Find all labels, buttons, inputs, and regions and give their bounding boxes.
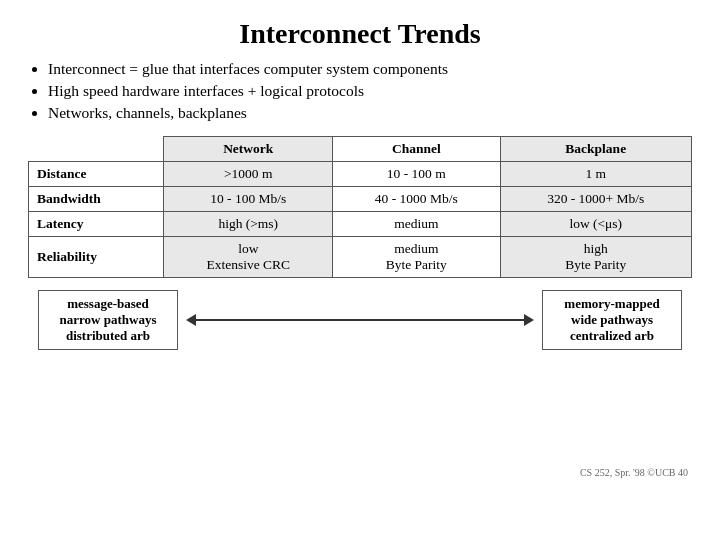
- row-reliability-backplane: high Byte Parity: [500, 237, 692, 278]
- slide-title: Interconnect Trends: [28, 18, 692, 50]
- row-latency-backplane: low (<μs): [500, 212, 692, 237]
- row-bandwidth-label: Bandwidth: [29, 187, 164, 212]
- watermark: CS 252, Spr. '98 ©UCB 40: [580, 467, 688, 478]
- row-bandwidth-backplane: 320 - 1000+ Mb/s: [500, 187, 692, 212]
- row-reliability-label: Reliability: [29, 237, 164, 278]
- row-distance-label: Distance: [29, 162, 164, 187]
- bullet-1: Interconnect = glue that interfaces comp…: [48, 60, 692, 78]
- row-latency-network: high (>ms): [164, 212, 333, 237]
- th-backplane: Backplane: [500, 137, 692, 162]
- row-latency-label: Latency: [29, 212, 164, 237]
- bullet-3: Networks, channels, backplanes: [48, 104, 692, 122]
- th-empty: [29, 137, 164, 162]
- row-distance-channel: 10 - 100 m: [333, 162, 500, 187]
- arrow-left-head: [186, 314, 196, 326]
- table-row: Bandwidth 10 - 100 Mb/s 40 - 1000 Mb/s 3…: [29, 187, 692, 212]
- arrow-body: [196, 319, 524, 321]
- row-distance-backplane: 1 m: [500, 162, 692, 187]
- th-channel: Channel: [333, 137, 500, 162]
- row-reliability-network: low Extensive CRC: [164, 237, 333, 278]
- bottom-section: message-based narrow pathways distribute…: [28, 290, 692, 350]
- arrow-right-head: [524, 314, 534, 326]
- th-network: Network: [164, 137, 333, 162]
- table-row: Distance >1000 m 10 - 100 m 1 m: [29, 162, 692, 187]
- row-bandwidth-channel: 40 - 1000 Mb/s: [333, 187, 500, 212]
- row-reliability-channel: medium Byte Parity: [333, 237, 500, 278]
- row-latency-channel: medium: [333, 212, 500, 237]
- table-row: Reliability low Extensive CRC medium Byt…: [29, 237, 692, 278]
- arrow-container: [178, 314, 542, 326]
- bullet-list: Interconnect = glue that interfaces comp…: [28, 60, 692, 126]
- slide: Interconnect Trends Interconnect = glue …: [0, 0, 720, 540]
- bottom-left-box: message-based narrow pathways distribute…: [38, 290, 178, 350]
- comparison-table: Network Channel Backplane Distance >1000…: [28, 136, 692, 278]
- row-bandwidth-network: 10 - 100 Mb/s: [164, 187, 333, 212]
- bottom-right-box: memory-mapped wide pathways centralized …: [542, 290, 682, 350]
- bidirectional-arrow: [186, 314, 534, 326]
- row-distance-network: >1000 m: [164, 162, 333, 187]
- bullet-2: High speed hardware interfaces + logical…: [48, 82, 692, 100]
- table-row: Latency high (>ms) medium low (<μs): [29, 212, 692, 237]
